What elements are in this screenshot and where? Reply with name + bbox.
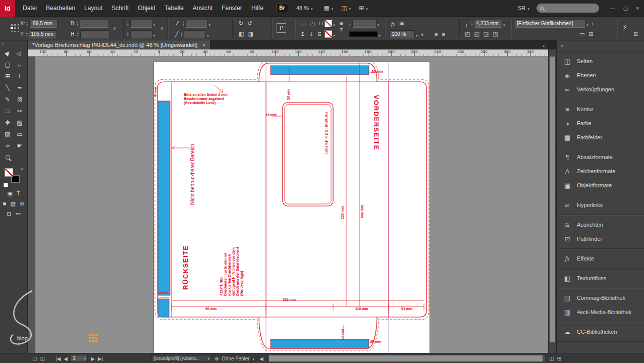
- constrain-dimensions-icon[interactable]: ∞: [112, 27, 118, 30]
- panel-menu-icon[interactable]: ≡: [632, 21, 638, 27]
- scroll-left-button[interactable]: ◀: [259, 353, 263, 363]
- eyedropper-tool[interactable]: ✑: [2, 140, 14, 151]
- grid-options-icon[interactable]: ⊞: [632, 31, 639, 37]
- align-center-icon[interactable]: ≡: [440, 21, 446, 27]
- distribute-right-icon[interactable]: ◲: [482, 31, 490, 37]
- search-box[interactable]: [536, 4, 599, 13]
- fill-proxy-swatch[interactable]: [5, 168, 13, 177]
- effects-icon[interactable]: fx: [390, 21, 397, 27]
- content-collector-tool[interactable]: ⊞: [2, 70, 14, 82]
- collapse-panel-icon[interactable]: «: [0, 40, 27, 47]
- menu-layout[interactable]: Layout: [80, 0, 107, 17]
- panel-button-align[interactable]: ≋Ausrichten: [557, 218, 644, 232]
- vertical-scrollbar-thumb[interactable]: [550, 57, 555, 342]
- line-tool[interactable]: ╲: [2, 82, 14, 93]
- preview-view-icon[interactable]: ▭: [15, 211, 20, 217]
- chevron-down-icon[interactable]: [333, 30, 335, 39]
- select-container-content-toggle[interactable]: P: [277, 23, 286, 33]
- bridge-button[interactable]: Br: [276, 3, 288, 13]
- y-position-input[interactable]: 105,5 mm: [29, 30, 57, 38]
- first-page-button[interactable]: |◀: [56, 356, 61, 361]
- panel-button-4eck-media-library[interactable]: ▥4eck-Media-Bibliothek: [557, 305, 644, 319]
- default-fill-stroke-icon[interactable]: [4, 183, 8, 187]
- scale-x-stepper[interactable]: [127, 21, 129, 26]
- align-bottom-edge-icon[interactable]: ↧: [307, 31, 315, 37]
- scissors-tool[interactable]: ✂: [14, 105, 26, 117]
- screen-mode-icon-button[interactable]: ◫: [341, 5, 351, 12]
- rotation-stepper[interactable]: [183, 21, 184, 26]
- panel-button-stroke[interactable]: ≡Kontur: [557, 102, 644, 116]
- panel-button-pages[interactable]: ◫Seiten: [557, 54, 644, 68]
- drop-shadow-icon[interactable]: ▣: [398, 20, 406, 27]
- menu-objekt[interactable]: Objekt: [133, 0, 160, 17]
- rectangle-tool[interactable]: □: [2, 105, 14, 117]
- stroke-weight-stepper[interactable]: [349, 21, 351, 26]
- rotation-input[interactable]: [185, 20, 207, 28]
- align-left-icon[interactable]: ≡: [433, 21, 439, 27]
- shear-input[interactable]: [184, 30, 206, 38]
- shear-stepper[interactable]: [181, 32, 183, 37]
- scroll-left-icon[interactable]: ◀: [259, 356, 263, 361]
- panel-button-cc-libraries[interactable]: ☁CC-Bibliotheken: [557, 325, 644, 339]
- menu-fenster[interactable]: Fenster: [217, 0, 247, 17]
- height-input[interactable]: [80, 30, 110, 38]
- fit-frame-icon[interactable]: ◳: [308, 20, 316, 27]
- x-position-input[interactable]: -89,5 mm: [29, 20, 58, 28]
- justify-all-icon[interactable]: ≡: [440, 31, 446, 37]
- apply-to-container-icon[interactable]: ▣: [339, 21, 344, 26]
- panel-button-color[interactable]: ◑Farbe: [557, 116, 644, 130]
- direct-selection-tool[interactable]: ▷: [14, 47, 26, 59]
- panel-button-commag-library[interactable]: ▤Commag-Bibliothek: [557, 291, 644, 305]
- menu-hilfe[interactable]: Hilfe: [247, 0, 268, 17]
- panel-button-swatches[interactable]: ▦Farbfelder: [557, 130, 644, 144]
- panel-button-paragraph-styles[interactable]: ¶Absatzformate: [557, 150, 644, 164]
- stroke-style-preview[interactable]: [349, 31, 378, 37]
- panel-button-character-styles[interactable]: AZeichenformate: [557, 164, 644, 178]
- chevron-down-icon[interactable]: [378, 19, 380, 28]
- split-view-icon[interactable]: ◫: [549, 356, 554, 361]
- panel-button-effects[interactable]: fxEffekte: [557, 251, 644, 266]
- rotate-90-cw-icon[interactable]: ↻: [237, 20, 245, 27]
- menu-datei[interactable]: Datei: [18, 0, 41, 17]
- document-canvas[interactable]: Bitte an allen Seiten 2 mm Beschnittrand…: [28, 57, 548, 353]
- next-page-button[interactable]: ▶: [91, 356, 95, 361]
- free-transform-tool[interactable]: ✥: [2, 117, 14, 128]
- chevron-down-icon[interactable]: [153, 19, 155, 28]
- flip-vertical-icon[interactable]: ◨: [246, 31, 254, 37]
- fill-color-swatch[interactable]: [325, 20, 332, 27]
- transparency-icon[interactable]: ◑: [419, 31, 425, 37]
- corner-radius-stepper[interactable]: [471, 21, 473, 26]
- page-proxy-icon[interactable]: ▢: [32, 356, 37, 361]
- menu-bearbeiten[interactable]: Bearbeiten: [41, 0, 80, 17]
- pen-tool[interactable]: ✒: [14, 82, 26, 93]
- y-stepper[interactable]: [26, 32, 28, 37]
- search-input[interactable]: [546, 6, 596, 11]
- chevron-down-icon[interactable]: [586, 19, 588, 28]
- menu-schrift[interactable]: Schrift: [107, 0, 133, 17]
- wrap-bounding-box-icon[interactable]: ⊞: [587, 31, 595, 37]
- document-tab[interactable]: *Vorlage Briefumschlag PKHDL44_de.indd @…: [28, 40, 210, 49]
- horizontal-scrollbar[interactable]: [269, 355, 545, 362]
- flip-horizontal-icon[interactable]: ◧: [237, 31, 245, 37]
- arrange-documents-icon-button[interactable]: ⊞: [359, 5, 368, 12]
- height-stepper[interactable]: [77, 32, 79, 37]
- gradient-feather-tool[interactable]: ▨: [2, 128, 14, 140]
- rotate-90-ccw-icon[interactable]: ↺: [246, 20, 253, 27]
- swap-fill-stroke-icon[interactable]: ⇄: [20, 167, 24, 172]
- chevron-down-icon[interactable]: [208, 19, 210, 28]
- zoom-tool[interactable]: [2, 151, 14, 163]
- normal-view-icon[interactable]: ⊡: [7, 211, 11, 217]
- wrap-none-icon[interactable]: ▭: [578, 31, 586, 37]
- constrain-scale-icon[interactable]: ∞: [159, 27, 165, 30]
- apply-gradient-icon[interactable]: ▧: [11, 200, 16, 207]
- minimize-button[interactable]: —: [610, 6, 615, 11]
- close-button[interactable]: ×: [636, 6, 639, 11]
- panel-button-layers[interactable]: ◈Ebenen: [557, 68, 644, 82]
- new-window-icon[interactable]: ⊞: [557, 356, 561, 361]
- distribute-center-icon[interactable]: ◱: [472, 31, 480, 37]
- scale-y-stepper[interactable]: [127, 32, 129, 37]
- apply-to-text-icon[interactable]: T: [339, 27, 344, 32]
- width-input[interactable]: [80, 20, 109, 28]
- gap-tool[interactable]: ↔: [14, 59, 26, 70]
- width-stepper[interactable]: [77, 21, 78, 26]
